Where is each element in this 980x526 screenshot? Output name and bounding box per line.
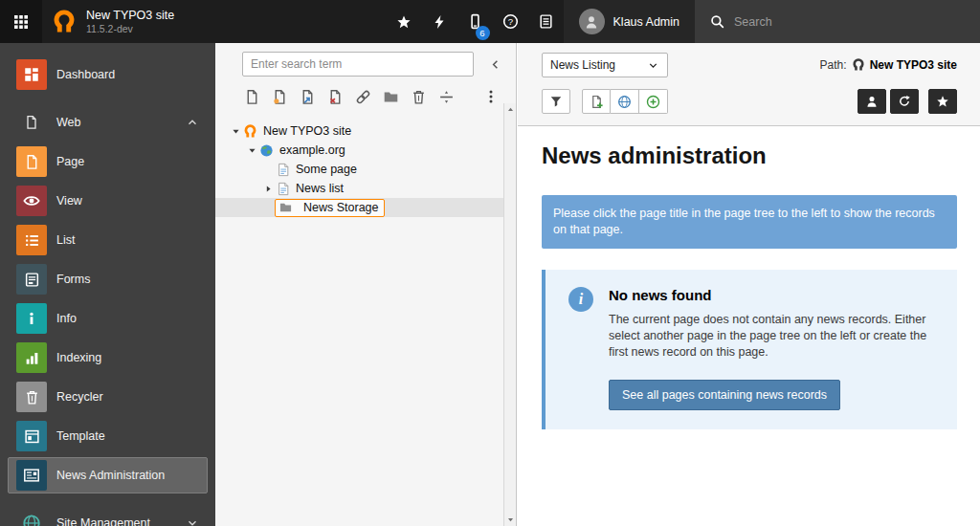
forms-icon (16, 264, 47, 295)
new-mountpoint-icon[interactable] (325, 87, 345, 106)
path-label: Path: (820, 58, 847, 72)
globe-icon (16, 508, 47, 526)
dashboard-icon (16, 59, 47, 90)
tree-node-label: example.org (279, 143, 345, 157)
new-page-icon[interactable] (242, 87, 261, 106)
sidebar-section-site-management[interactable]: Site Management (8, 505, 208, 526)
tree-node-some-page[interactable]: Some page (215, 160, 504, 179)
chevron-left-icon (488, 57, 502, 72)
sidebar-item-template[interactable]: Template (8, 418, 208, 454)
sidebar-item-recycler[interactable]: Recycler (8, 379, 208, 415)
topbar: New TYPO3 site 11.5.2-dev 6 Klaus Admin (0, 0, 980, 43)
tree-more-menu-button[interactable] (481, 87, 501, 106)
scroll-down-icon[interactable] (506, 515, 515, 524)
module-menu: Dashboard Web Page View List Forms Info … (0, 43, 215, 526)
tree-node-root[interactable]: New TYPO3 site (215, 121, 504, 141)
avatar (579, 9, 605, 34)
sidebar-item-info[interactable]: Info (8, 300, 208, 337)
new-recycler-icon[interactable] (409, 87, 428, 106)
selected-node-box[interactable]: News Storage (275, 199, 385, 217)
module-content: News Listing Path: New TYPO3 site (518, 43, 980, 526)
reload-button[interactable] (890, 89, 919, 114)
add-button[interactable] (639, 89, 668, 114)
sidebar-section-label: Site Management (56, 516, 150, 526)
list-icon (16, 225, 47, 255)
sidebar-item-view[interactable]: View (8, 183, 208, 219)
user-menu[interactable]: Klaus Admin (564, 0, 695, 43)
new-spacer-icon[interactable] (436, 87, 456, 106)
documentation-button[interactable] (528, 0, 564, 43)
page-doc-icon (275, 182, 291, 196)
page-icon (16, 146, 47, 177)
sidebar-item-label: List (56, 233, 75, 247)
modulemenu-toggle-button[interactable] (0, 0, 42, 43)
no-news-callout: i No news found The current page does no… (542, 270, 957, 429)
page-title: News administration (542, 142, 957, 170)
filter-button[interactable] (542, 89, 570, 114)
indexing-icon (16, 342, 47, 373)
tree-filter-input[interactable] (242, 52, 474, 77)
path-site-title: New TYPO3 site (870, 58, 957, 72)
news-icon (16, 460, 47, 491)
new-shortcut-icon[interactable] (298, 87, 317, 106)
refresh-icon (898, 95, 911, 108)
sidebar-item-page[interactable]: Page (8, 143, 208, 180)
typo3-logo-icon (852, 58, 865, 72)
tree-node-example-org[interactable]: example.org (215, 141, 504, 160)
sidebar-item-dashboard[interactable]: Dashboard (8, 56, 208, 93)
new-record-button[interactable] (582, 89, 611, 114)
recycler-icon (16, 382, 47, 412)
breadcrumb: Path: New TYPO3 site (820, 58, 957, 72)
view-mode-select[interactable]: News Listing (542, 53, 668, 77)
sidebar-section-web[interactable]: Web (8, 104, 208, 141)
chevron-down-icon (647, 59, 659, 72)
info-banner: Please click the page title in the page … (542, 195, 957, 249)
tree-node-news-list[interactable]: News list (215, 179, 504, 198)
tree-toolbar (215, 81, 516, 114)
apps-grid-icon (13, 14, 29, 30)
clear-cache-button[interactable] (422, 0, 457, 43)
sidebar-item-news-administration[interactable]: News Administration (8, 457, 208, 493)
search-icon (710, 14, 724, 29)
docs-icon (538, 13, 554, 30)
sidebar-item-indexing[interactable]: Indexing (8, 340, 208, 376)
bookmark-button[interactable] (928, 89, 957, 114)
tree-expand-toggle[interactable] (261, 184, 275, 194)
callout-title: No news found (609, 287, 938, 303)
sidebar-item-label: View (56, 194, 82, 208)
search-input[interactable] (734, 15, 925, 29)
scroll-up-icon[interactable] (506, 105, 515, 114)
see-all-pages-button[interactable]: See all pages containing news records (609, 380, 840, 410)
funnel-icon (549, 95, 563, 108)
help-button[interactable] (493, 0, 528, 43)
chevron-down-icon (186, 516, 199, 526)
template-icon (16, 421, 47, 451)
translations-button[interactable] (611, 89, 639, 114)
sidebar-item-forms[interactable]: Forms (8, 261, 208, 297)
info-icon (16, 303, 47, 334)
docheader: News Listing Path: New TYPO3 site (518, 43, 980, 126)
typo3-version: 11.5.2-dev (86, 23, 174, 35)
tree-search-row (215, 43, 516, 81)
new-page-alternative-icon[interactable] (270, 87, 289, 106)
system-information-button[interactable]: 6 (457, 0, 493, 43)
topbar-spacer (184, 0, 386, 43)
web-section-icon (16, 107, 47, 138)
user-name: Klaus Admin (613, 15, 679, 29)
new-folder-icon[interactable] (381, 87, 400, 106)
tree-scrollbar[interactable] (503, 103, 516, 526)
sidebar-item-label: Forms (56, 273, 90, 286)
person-icon (584, 14, 599, 30)
new-external-link-icon[interactable] (353, 87, 372, 106)
sidebar-item-list[interactable]: List (8, 222, 208, 258)
collapse-pagetree-button[interactable] (483, 53, 506, 76)
sidebar-section-label: Web (56, 116, 80, 129)
tree-expand-toggle[interactable] (229, 126, 242, 137)
tree-expand-toggle[interactable] (245, 145, 258, 156)
content-area: News administration Please click the pag… (518, 126, 980, 429)
sidebar-item-label: Dashboard (56, 68, 115, 81)
bookmarks-button[interactable] (387, 0, 422, 43)
user-settings-button[interactable] (858, 89, 886, 114)
tree-node-news-storage[interactable]: News Storage (215, 198, 504, 217)
plus-circle-icon (646, 95, 660, 109)
